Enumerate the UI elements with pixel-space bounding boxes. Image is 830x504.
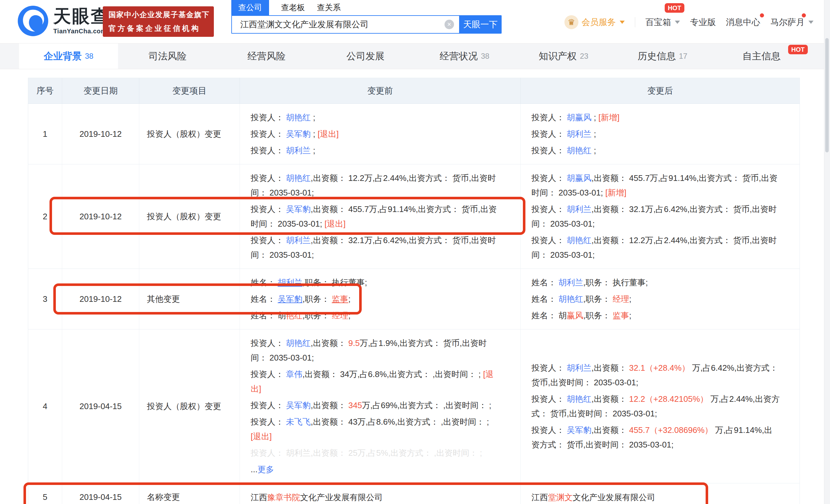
text-segment: 姓名：: [251, 278, 278, 287]
after-cell: 江西堂渊文文化产业发展有限公司: [521, 483, 800, 504]
entity-link[interactable]: 胡利兰: [286, 146, 311, 155]
text-segment: 投资人：: [251, 173, 286, 183]
text-segment: 投资人：: [251, 146, 286, 155]
user-menu[interactable]: 马尔萨月: [770, 17, 813, 28]
text-segment: 监事: [332, 294, 348, 304]
tab-label: 经营状况: [440, 50, 478, 63]
change-history-table: 序号 变更日期 变更项目 变更前 变更后 1 2019-10-12 投资人（股权…: [28, 78, 800, 504]
text-segment: 投资人：: [532, 113, 567, 122]
text-segment: 艳红: [286, 311, 302, 320]
change-entry: 投资人： 胡赢风,出资额： 455.7万,占91.14%,出资方式： 货币,出资…: [532, 171, 780, 200]
change-entry: 江西豫章书院文化产业发展有限公司: [251, 490, 501, 504]
vip-services-menu[interactable]: ♛ 会员服务: [565, 15, 625, 29]
change-entry: 投资人： 胡赢风 ; [新增]: [532, 110, 780, 125]
tab-label: 知识产权: [539, 50, 577, 63]
change-entry: 投资人： 胡利兰,出资额： 32.1（+28.4%） 万,占6.42%,出资方式…: [532, 360, 780, 390]
before-cell: 投资人： 胡艳红,出资额： 9.5万,占1.9%,出资方式： 货币,出资时间： …: [240, 329, 521, 483]
row-number: 1: [28, 104, 62, 164]
tab-company-background[interactable]: 企业背景38: [19, 43, 118, 69]
search-tab-relation[interactable]: 查关系: [317, 2, 341, 15]
entity-link[interactable]: 未飞飞: [286, 417, 311, 427]
tab-operating-status[interactable]: 经营状况38: [415, 43, 514, 69]
text-segment: 姓名：: [532, 278, 558, 287]
scrollbar-track[interactable]: [824, 0, 830, 504]
search-tab-company[interactable]: 查公司: [231, 0, 269, 15]
entity-link[interactable]: 章伟: [286, 370, 302, 379]
text-segment: 455.7（+32.08696%）: [629, 425, 713, 435]
entity-link[interactable]: 吴军豹: [286, 401, 311, 410]
tab-self-info[interactable]: 自主信息HOT: [712, 43, 811, 69]
entity-link[interactable]: 胡艳红: [567, 235, 592, 245]
text-segment: 江西: [251, 493, 267, 502]
message-center-link[interactable]: 消息中心: [726, 17, 760, 28]
change-date: 2019-10-12: [62, 104, 139, 164]
pro-version-label: 专业版: [690, 17, 716, 28]
entity-link[interactable]: 胡赢风: [567, 173, 592, 183]
text-segment: 投资人：: [532, 425, 567, 435]
section-tab-bar: 企业背景38司法风险经营风险公司发展经营状况38知识产权23历史信息17自主信息…: [0, 43, 830, 69]
entity-link[interactable]: 胡利兰: [567, 129, 592, 139]
entity-link[interactable]: 更多: [258, 465, 274, 474]
clear-icon[interactable]: ×: [445, 20, 454, 29]
notification-dot: [802, 13, 806, 18]
entity-link[interactable]: 吴军豹: [567, 425, 592, 435]
text-segment: 投资人：: [532, 146, 567, 155]
entity-link[interactable]: 胡艳红: [286, 113, 311, 122]
after-cell: 投资人： 胡赢风 ; [新增]投资人： 胡利兰 ;投资人： 胡艳红 ;: [521, 104, 800, 164]
text-segment: 万,占69%,出资方式： ,出资时间： ;: [362, 401, 491, 410]
text-segment: 姓名： 胡: [251, 311, 286, 320]
text-segment: 江西: [532, 493, 548, 502]
tab-count: 23: [580, 52, 588, 61]
table-row: 2 2019-10-12 投资人（股权）变更 投资人： 胡艳红,出资额： 12.…: [28, 164, 800, 269]
text-segment: 投资人：: [532, 173, 567, 183]
menu-divider: [635, 17, 635, 27]
change-entry: 投资人： 胡利兰,出资额： 25万,占5%,出资方式： ,出资时间： ;: [251, 446, 501, 460]
toolbox-menu[interactable]: HOT 百宝箱: [645, 17, 680, 28]
change-item: 名称变更: [139, 483, 240, 504]
search-button[interactable]: 天眼一下: [459, 15, 502, 34]
tab-label: 经营风险: [248, 50, 286, 63]
change-item: 投资人（股权）变更: [139, 104, 240, 164]
text-segment: ,职务：: [583, 311, 612, 320]
text-segment: ;: [311, 146, 315, 155]
entity-link[interactable]: 吴军豹: [286, 129, 311, 139]
entity-link[interactable]: 胡利兰: [567, 204, 592, 214]
entity-link[interactable]: 胡赢风: [567, 113, 592, 122]
change-entry: 江西堂渊文文化产业发展有限公司: [532, 490, 780, 504]
entity-link[interactable]: 胡利兰: [558, 278, 583, 287]
entity-link[interactable]: 胡利兰: [278, 278, 302, 287]
search-tab-boss[interactable]: 查老板: [281, 2, 305, 15]
text-segment: ,职务： 执行董事;: [302, 278, 367, 287]
pro-version-link[interactable]: 专业版: [690, 17, 716, 28]
text-segment: 投资人：: [532, 394, 567, 404]
tab-count: 38: [481, 52, 489, 61]
entity-link[interactable]: 胡利兰: [286, 235, 311, 245]
entity-link[interactable]: 胡艳红: [286, 173, 311, 183]
tab-intellectual-property[interactable]: 知识产权23: [514, 43, 613, 69]
entity-link[interactable]: 胡利兰: [567, 363, 592, 373]
text-segment: ,出资额：: [592, 425, 629, 435]
tab-company-development[interactable]: 公司发展: [316, 43, 415, 69]
search-input[interactable]: 江西堂渊文文化产业发展有限公司 ×: [231, 15, 459, 34]
scrollbar-thumb[interactable]: [825, 38, 829, 152]
text-segment: 文化产业发展有限公司: [573, 493, 655, 502]
change-entry: 投资人： 胡利兰 ;: [251, 143, 501, 158]
tab-judicial-risk[interactable]: 司法风险: [118, 43, 217, 69]
before-cell: 姓名： 胡利兰,职务： 执行董事;姓名： 吴军豹,职务： 监事;姓名： 胡艳红,…: [240, 269, 521, 329]
search-area: 查公司 查老板 查关系 江西堂渊文文化产业发展有限公司 × 天眼一下: [231, 2, 502, 34]
entity-link[interactable]: 胡艳红: [567, 146, 592, 155]
text-segment: 投资人：: [251, 113, 286, 122]
entity-link[interactable]: 吴军豹: [278, 294, 302, 304]
change-entry: 投资人： 吴军豹 ; [退出]: [251, 127, 501, 141]
entity-link[interactable]: 胡艳红: [567, 394, 592, 404]
tianyancha-logo[interactable]: 天眼查 TianYanCha.com: [18, 6, 109, 36]
toolbox-label: 百宝箱: [645, 17, 671, 28]
entity-link[interactable]: 胡艳红: [558, 294, 583, 304]
tab-operating-risk[interactable]: 经营风险: [217, 43, 316, 69]
change-item: 其他变更: [139, 269, 240, 329]
chevron-down-icon: [675, 21, 680, 24]
entity-link[interactable]: 胡艳红: [286, 338, 311, 348]
tab-history-info[interactable]: 历史信息17: [613, 43, 712, 69]
text-segment: [退出]: [325, 219, 346, 228]
entity-link[interactable]: 吴军豹: [286, 204, 311, 214]
